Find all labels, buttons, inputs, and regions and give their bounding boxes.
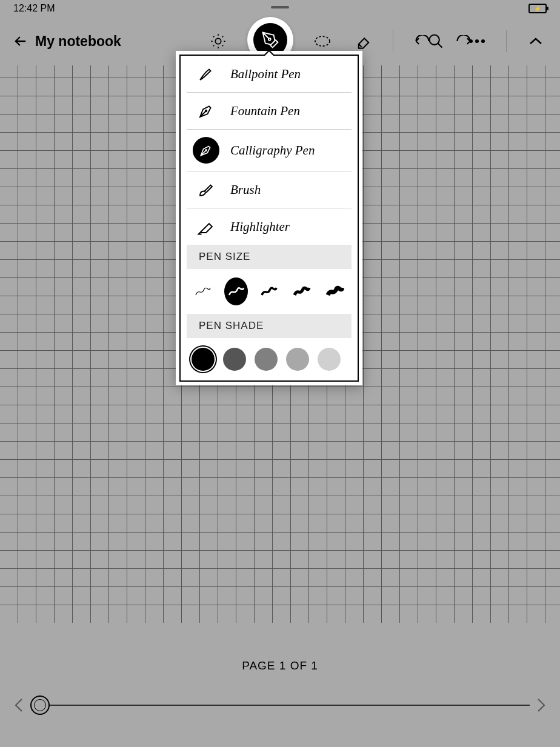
pen-option-fountain[interactable]: Fountain Pen [187, 93, 352, 130]
pen-size-2[interactable] [224, 277, 247, 305]
prev-page-button[interactable] [13, 697, 24, 714]
pen-size-4[interactable] [290, 277, 313, 305]
brush-icon [197, 181, 215, 199]
page-slider [13, 697, 547, 714]
clock-time: 12:42 PM [13, 3, 55, 14]
svg-point-1 [268, 38, 271, 41]
pen-size-row [181, 269, 358, 314]
back-button[interactable]: My notebook [12, 33, 121, 50]
search-button[interactable] [424, 29, 448, 53]
stroke-sample-icon [260, 284, 278, 299]
page-track[interactable] [30, 705, 530, 706]
pen-size-3[interactable] [258, 277, 281, 305]
stroke-sample-icon [194, 284, 212, 299]
pen-size-1[interactable] [192, 277, 215, 305]
pen-nib-icon [261, 31, 279, 49]
pen-size-5[interactable] [324, 277, 347, 305]
drag-handle-icon[interactable] [271, 6, 289, 8]
svg-point-0 [215, 38, 221, 44]
pen-option-brush[interactable]: Brush [187, 171, 352, 208]
pen-option-ballpoint[interactable]: Ballpoint Pen [187, 56, 352, 93]
arrow-left-icon [12, 33, 29, 50]
pen-shade-1[interactable] [192, 348, 215, 371]
pen-shade-row [181, 338, 358, 380]
pen-label: Fountain Pen [230, 104, 300, 119]
pen-shade-2[interactable] [223, 348, 246, 371]
page-indicator: PAGE 1 OF 1 [242, 659, 318, 672]
stroke-sample-icon [227, 284, 245, 299]
page-footer: PAGE 1 OF 1 [0, 626, 560, 747]
svg-point-3 [430, 35, 439, 45]
eraser-icon [355, 33, 372, 50]
status-bar: 12:42 PM ⚡ [0, 0, 560, 17]
collapse-button[interactable] [524, 29, 548, 53]
pen-label: Highlighter [230, 219, 290, 234]
stroke-sample-icon [326, 284, 344, 299]
calligraphy-pen-icon [198, 142, 214, 158]
pen-shade-5[interactable] [318, 348, 341, 371]
svg-point-2 [315, 36, 330, 46]
pen-option-highlighter[interactable]: Highlighter [187, 208, 352, 245]
battery-charging-icon: ⚡ [528, 4, 547, 13]
svg-point-6 [481, 39, 485, 43]
eraser-tool-button[interactable] [352, 29, 376, 53]
more-button[interactable] [465, 29, 489, 53]
select-tool-button[interactable] [310, 29, 335, 53]
pen-size-heading: PEN SIZE [187, 245, 352, 269]
svg-point-4 [469, 39, 473, 43]
chevron-up-icon [528, 37, 543, 45]
pen-shade-3[interactable] [255, 348, 278, 371]
fountain-pen-icon [197, 102, 215, 120]
pen-shade-4[interactable] [286, 348, 309, 371]
pen-shade-heading: PEN SHADE [187, 314, 352, 338]
more-horizontal-icon [468, 39, 485, 44]
pen-option-calligraphy[interactable]: Calligraphy Pen [187, 130, 352, 171]
notebook-title: My notebook [35, 33, 121, 50]
stroke-sample-icon [293, 284, 311, 299]
next-page-button[interactable] [536, 697, 547, 714]
toolbar-divider [506, 30, 507, 52]
page-thumb[interactable] [30, 696, 50, 715]
lasso-icon [314, 35, 331, 47]
pen-label: Calligraphy Pen [230, 143, 315, 158]
pen-label: Ballpoint Pen [230, 67, 301, 82]
search-icon [427, 33, 444, 50]
ballpoint-pen-icon [197, 65, 215, 83]
pen-label: Brush [230, 182, 261, 198]
svg-point-7 [205, 110, 207, 112]
svg-point-5 [475, 39, 479, 43]
toolbar-divider [393, 30, 393, 52]
brightness-button[interactable] [206, 29, 230, 53]
sun-icon [210, 33, 227, 50]
highlighter-icon [197, 217, 215, 236]
pen-settings-popup: Ballpoint Pen Fountain Pen Calligraphy P… [176, 51, 362, 385]
svg-point-8 [205, 150, 207, 151]
